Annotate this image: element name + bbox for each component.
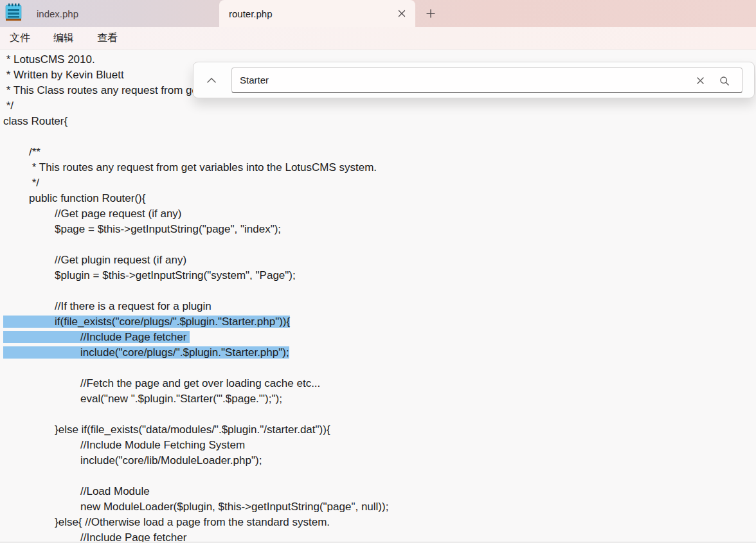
tab-close-button[interactable] bbox=[393, 5, 410, 22]
menu-edit[interactable]: 编辑 bbox=[47, 29, 80, 48]
notepad-app-icon bbox=[5, 3, 22, 22]
tab-index-php[interactable]: index.php bbox=[26, 0, 219, 27]
tab-label: index.php bbox=[37, 8, 78, 19]
code-line: */ bbox=[3, 175, 756, 191]
find-clear-button[interactable] bbox=[692, 73, 708, 89]
tab-bar: index.php router.php bbox=[0, 0, 756, 27]
code-line bbox=[3, 283, 756, 299]
code-line: //Load Module bbox=[3, 484, 756, 499]
tab-router-php[interactable]: router.php bbox=[219, 0, 415, 27]
close-icon bbox=[696, 76, 705, 85]
code-line: class Router{ bbox=[3, 114, 756, 129]
notepad-window: index.php router.php 文件 编辑 查看 * LotusCMS… bbox=[0, 0, 756, 543]
find-input-wrap bbox=[231, 67, 742, 93]
code-line: eval("new ".$plugin."Starter('".$page."'… bbox=[3, 391, 756, 407]
code-line bbox=[3, 468, 756, 484]
selected-text: if(file_exists("core/plugs/".$plugin."St… bbox=[3, 316, 290, 328]
search-icon bbox=[719, 76, 730, 86]
find-search-button[interactable] bbox=[716, 73, 733, 89]
code-line: //Include Module Fetching System bbox=[3, 438, 756, 453]
code-line: $plugin = $this->getInputString("system"… bbox=[3, 268, 756, 283]
menu-file[interactable]: 文件 bbox=[3, 29, 37, 48]
code-line bbox=[3, 237, 756, 253]
editor-content[interactable]: * LotusCMS 2010. * Written by Kevin Blue… bbox=[0, 51, 756, 542]
code-line: include("core/plugs/".$plugin."Starter.p… bbox=[3, 345, 756, 361]
code-line: /** bbox=[3, 145, 756, 160]
code-line bbox=[3, 407, 756, 422]
code-line: include("core/lib/ModuleLoader.php"); bbox=[3, 453, 756, 468]
code-line bbox=[3, 361, 756, 376]
code-line: $page = $this->getInputString("page", "i… bbox=[3, 222, 756, 237]
code-line: new ModuleLoader($plugin, $this->getInpu… bbox=[3, 499, 756, 515]
code-line bbox=[3, 129, 756, 145]
close-icon bbox=[398, 10, 406, 17]
plus-icon bbox=[426, 9, 435, 18]
code-line: //Include Page fetcher bbox=[3, 330, 756, 345]
code-line: //Get page request (if any) bbox=[3, 206, 756, 222]
code-line: //If there is a request for a plugin bbox=[3, 299, 756, 314]
selected-text: include("core/plugs/".$plugin."Starter.p… bbox=[3, 346, 289, 359]
menu-view[interactable]: 查看 bbox=[91, 29, 124, 48]
code-line: //Include Page fetcher bbox=[3, 530, 756, 542]
chevron-up-icon bbox=[206, 77, 217, 84]
find-input[interactable] bbox=[240, 75, 664, 85]
code-line: public function Router(){ bbox=[3, 191, 756, 206]
tab-label: router.php bbox=[229, 8, 273, 19]
code-line: }else if(file_exists("data/modules/".$pl… bbox=[3, 422, 756, 438]
find-bar bbox=[193, 62, 755, 98]
code-line: }else{ //Otherwise load a page from the … bbox=[3, 515, 756, 530]
code-line: if(file_exists("core/plugs/".$plugin."St… bbox=[3, 314, 756, 330]
code-line: //Fetch the page and get over loading ca… bbox=[3, 376, 756, 391]
new-tab-button[interactable] bbox=[421, 4, 440, 22]
menu-bar: 文件 编辑 查看 bbox=[0, 27, 756, 50]
code-line: * This routes any request from get varia… bbox=[3, 160, 756, 175]
code-line: //Get plugin request (if any) bbox=[3, 253, 756, 268]
find-collapse-button[interactable] bbox=[201, 69, 222, 91]
selected-text: //Include Page fetcher bbox=[3, 331, 190, 343]
code-line: */ bbox=[3, 98, 756, 114]
